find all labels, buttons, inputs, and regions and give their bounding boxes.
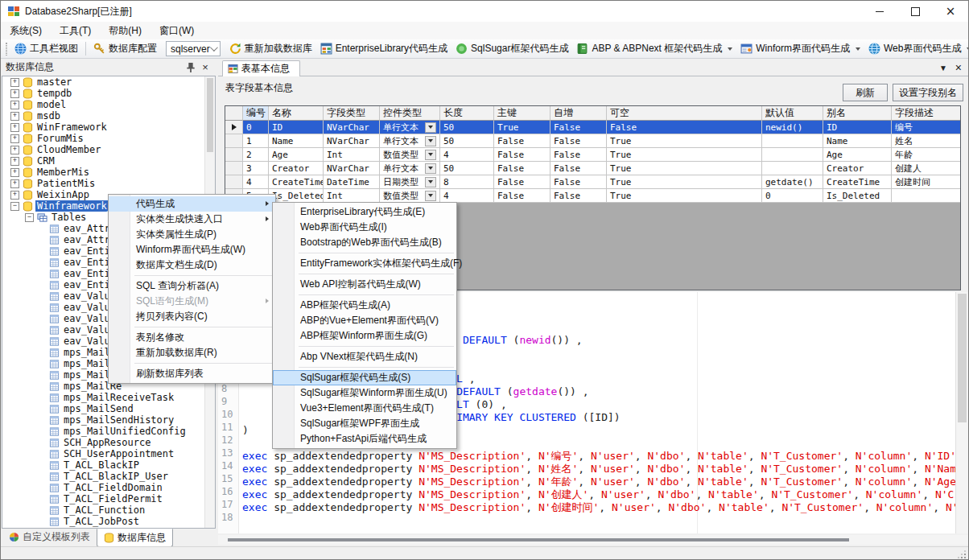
context-menu-item-10[interactable]: 表别名修改 [109, 330, 275, 345]
grid-row-0[interactable]: 0IDNVarChar单行文本50TrueFalseFalsenewid()ID… [225, 121, 960, 134]
grid-cell[interactable] [892, 189, 961, 203]
context-menu-item-13[interactable]: 刷新数据库列表 [109, 366, 275, 381]
grid-cell[interactable]: ID [269, 121, 324, 134]
control-type-dropdown[interactable] [425, 177, 436, 187]
grid-cell[interactable]: NVarChar [324, 162, 380, 175]
context-menu-item-8[interactable]: 拷贝列表内容(C) [109, 309, 275, 324]
tree-node-table-23[interactable]: T_ACL_FieldDomain [49, 482, 215, 493]
editor-vertical-scrollbar[interactable] [955, 292, 968, 533]
tree-node-table-18[interactable]: mps_MailUnifiedConfig [49, 426, 215, 437]
grid-cell[interactable]: 4 [440, 148, 494, 162]
submenu-item-0[interactable]: EnterpriseLibrary代码生成(E) [273, 204, 456, 220]
tree-node-database-9[interactable]: +PatientMis [10, 178, 215, 189]
menubar-item-3[interactable]: 窗口(W) [151, 22, 203, 39]
grid-cell[interactable]: 50 [440, 162, 494, 175]
grid-cell[interactable]: NVarChar [324, 134, 380, 148]
submenu-item-6[interactable]: Web API控制器代码生成(W) [273, 277, 456, 292]
panel-close-icon[interactable]: × [199, 61, 212, 74]
grid-cell[interactable]: 创建时间 [892, 175, 961, 189]
context-menu-item-0[interactable]: 代码生成 [109, 196, 275, 212]
submenu-item-12[interactable]: Abp VNext框架代码生成(N) [273, 349, 456, 364]
tree-node-table-25[interactable]: T_ACL_Function [49, 504, 215, 516]
grid-cell[interactable]: 2 [243, 148, 269, 162]
tree-node-database-4[interactable]: +WinFramework [10, 121, 215, 133]
grid-row-1[interactable]: 1NameNVarChar单行文本50FalseFalseTrueName姓名 [225, 134, 960, 148]
grid-cell[interactable]: 0 [762, 189, 823, 203]
menubar-item-1[interactable]: 工具(T) [51, 22, 100, 39]
grid-cell[interactable] [762, 162, 823, 175]
grid-column-header-10[interactable]: 字段描述 [892, 106, 961, 121]
grid-cell[interactable]: 日期类型 [380, 175, 440, 189]
context-menu-item-1[interactable]: 实体类生成快速入口 [109, 212, 275, 227]
tree-expand-icon[interactable]: + [10, 146, 19, 154]
maximize-button[interactable] [897, 1, 933, 22]
grid-row-3[interactable]: 3CreatorNVarChar单行文本50FalseFalseTrueCrea… [225, 162, 960, 175]
control-type-dropdown[interactable] [425, 150, 436, 160]
control-type-dropdown[interactable] [425, 122, 436, 133]
tree-node-database-5[interactable]: +ForumMis [10, 133, 215, 144]
grid-column-header-2[interactable]: 字段类型 [324, 106, 380, 121]
grid-cell[interactable]: DateTime [324, 175, 380, 189]
grid-cell[interactable]: 单行文本 [380, 121, 440, 134]
submenu-item-16[interactable]: Vue3+Element界面代码生成(T) [273, 401, 456, 416]
grid-column-header-4[interactable]: 长度 [440, 106, 494, 121]
submenu-item-1[interactable]: Web界面代码生成(I) [273, 220, 456, 235]
grid-cell[interactable]: Name [269, 134, 324, 148]
submenu-item-2[interactable]: Bootstrap的Web界面代码生成(B) [273, 235, 456, 250]
grid-cell[interactable]: True [607, 189, 762, 203]
pin-icon[interactable] [184, 61, 197, 74]
context-menu-item-2[interactable]: 实体类属性生成(P) [109, 227, 275, 242]
grid-cell[interactable]: 50 [440, 134, 494, 148]
grid-cell[interactable]: Creator [823, 162, 892, 175]
grid-column-header-9[interactable]: 别名 [823, 106, 892, 121]
grid-cell[interactable]: True [607, 134, 762, 148]
menubar-item-0[interactable]: 系统(S) [1, 22, 51, 39]
grid-cell[interactable] [762, 148, 823, 162]
grid-cell[interactable]: False [550, 175, 607, 189]
editor-vscroll-thumb[interactable] [958, 294, 967, 422]
context-menu-item-3[interactable]: Winform界面代码生成(W) [109, 242, 275, 257]
grid-cell[interactable]: Int [324, 189, 380, 203]
winform-codegen-button[interactable]: Winform界面代码生成 [736, 40, 864, 58]
grid-cell[interactable]: 0 [243, 121, 269, 134]
doc-close-icon[interactable]: × [955, 61, 962, 74]
grid-cell[interactable]: 编号 [892, 121, 961, 134]
tree-node-table-26[interactable]: T_ACL_JobPost [49, 516, 215, 527]
tree-expand-icon[interactable]: + [10, 78, 19, 87]
db-config-button[interactable]: 数据库配置 [89, 40, 161, 58]
side-tab-database-info[interactable]: 数据库信息 [97, 529, 173, 547]
grid-row-2[interactable]: 2AgeInt数值类型4FalseFalseTrueAge年龄 [225, 148, 960, 162]
grid-cell[interactable]: True [494, 121, 550, 134]
grid-cell[interactable]: False [550, 121, 607, 134]
grid-cell[interactable]: 创建人 [892, 162, 961, 175]
submenu-item-8[interactable]: ABP框架代码生成(A) [273, 298, 456, 313]
grid-cell[interactable]: 年龄 [892, 148, 961, 162]
resize-grip[interactable] [964, 557, 966, 558]
grid-cell[interactable]: 单行文本 [380, 134, 440, 148]
grid-cell[interactable]: Creator [269, 162, 324, 175]
grid-cell[interactable]: 4 [440, 189, 494, 203]
tree-expand-icon[interactable]: + [10, 168, 19, 177]
tree-node-table-17[interactable]: mps_MailSendHistory [49, 414, 215, 426]
grid-cell[interactable]: False [494, 175, 550, 189]
grid-cell[interactable]: 单行文本 [380, 162, 440, 175]
grid-cell[interactable]: ID [823, 121, 892, 134]
grid-cell[interactable]: 50 [440, 121, 494, 134]
grid-cell[interactable]: Is_Deleted [269, 189, 324, 203]
submenu-item-14[interactable]: SqlSugar框架代码生成(S) [273, 370, 456, 385]
tree-node-database-8[interactable]: +MemberMis [10, 167, 215, 178]
tree-node-database-6[interactable]: +CloudMember [10, 144, 215, 155]
editor-hscroll-thumb[interactable] [228, 538, 849, 541]
grid-cell[interactable]: True [607, 162, 762, 175]
grid-cell[interactable]: False [550, 148, 607, 162]
grid-cell[interactable]: False [494, 162, 550, 175]
grid-column-header-6[interactable]: 自增 [550, 106, 607, 121]
submenu-item-4[interactable]: EntityFramework实体框架代码生成(F) [273, 256, 456, 271]
submenu-item-18[interactable]: Python+FastApi后端代码生成 [273, 431, 456, 447]
tree-expand-icon[interactable]: + [10, 89, 19, 98]
grid-cell[interactable]: 4 [243, 175, 269, 189]
tree-node-database-1[interactable]: +tempdb [10, 88, 215, 99]
tree-expand-icon[interactable]: − [10, 202, 19, 211]
abp-codegen-button[interactable]: ABP & ABPNext 框架代码生成 [572, 40, 736, 58]
grid-cell[interactable]: 姓名 [892, 134, 961, 148]
